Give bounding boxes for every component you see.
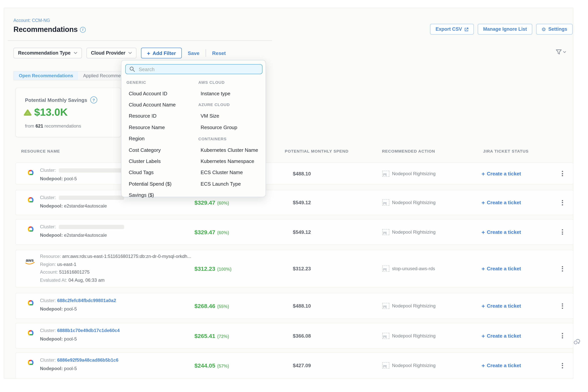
info-icon[interactable]: i [80,27,86,32]
filter-option[interactable]: ECS Cluster Name [198,167,268,178]
action-image-icon [382,362,389,368]
table-row: Cluster: 6888b1c70e49db17c1de60c4Nodepoo… [15,323,574,348]
action-image-icon [382,229,389,235]
create-ticket-button[interactable]: +Create a ticket [482,265,521,272]
cluster-link[interactable]: 688c2fefc84fbdc99801a0a2 [57,298,116,303]
monthly-savings-value: $268.46(55%) [194,303,229,309]
gcp-provider-icon [24,225,37,234]
aws-provider-icon: aws [24,257,37,266]
action-image-icon [382,266,389,272]
filter-category-heading: GENERIC [126,76,196,88]
plus-icon: + [147,50,150,56]
search-icon [130,66,135,72]
cluster-link[interactable]: 6888b1c70e49db17c1de60c4 [57,328,120,333]
external-link-icon [464,27,468,31]
potential-savings-card: Potential Monthly Savings ? $13.0K from … [15,88,121,137]
monthly-spend-value: $488.10 [293,171,311,176]
create-ticket-button[interactable]: +Create a ticket [482,199,521,206]
plus-icon: + [482,229,485,235]
cloud-provider-filter[interactable]: Cloud Provider [86,48,136,58]
redacted-cluster-name [58,225,124,229]
save-filter-button[interactable]: Save [186,50,201,56]
field-label: Nodepool: [40,366,64,371]
create-ticket-label: Create a ticket [487,200,521,206]
filter-option[interactable]: Potential Spend ($) [126,178,196,190]
row-menu-kebab-icon[interactable] [560,168,564,179]
action-label: Nodepool Rightsizing [392,363,436,368]
add-filter-button[interactable]: + Add Filter [141,48,182,58]
settings-button[interactable]: ⚙ Settings [536,24,573,34]
filter-option[interactable]: Kubernetes Cluster Name [198,144,268,156]
action-image-icon [382,303,389,309]
savings-amount: $244.05 [194,362,215,369]
col-jira-ticket-status: JIRA TICKET STATUS [483,149,528,153]
chevron-down-icon [563,51,566,53]
field-value: 04 Aug, 06:33 am [68,277,104,283]
filter-option[interactable]: Kubernetes Namespace [198,156,268,167]
field-label: Region: [40,262,57,267]
row-menu-kebab-icon[interactable] [560,330,564,341]
filter-option[interactable]: Resource Name [126,122,196,133]
filter-option[interactable]: Cloud Account ID [126,88,196,99]
filter-option[interactable]: Instance type [198,88,268,99]
row-menu-kebab-icon[interactable] [560,264,564,274]
monthly-spend-value: $366.08 [293,333,311,338]
filter-option[interactable]: Cloud Account Name [126,99,196,110]
field-value: pool-5 [64,176,77,182]
plus-icon: + [482,362,485,369]
filter-option[interactable]: Resource Group [198,122,268,133]
filter-funnel-icon[interactable] [556,49,566,55]
field-label: Nodepool: [40,176,64,182]
settings-label: Settings [548,26,567,32]
manage-ignore-list-button[interactable]: Manage Ignore List [478,24,532,34]
row-menu-kebab-icon[interactable] [560,227,564,237]
redacted-cluster-name [58,196,124,200]
tab-open-recommendations[interactable]: Open Recommendations [14,72,78,80]
divider [206,49,206,57]
filter-option[interactable]: Savings ($) [126,190,196,201]
help-icon[interactable]: ? [90,96,97,104]
recommendation-type-filter[interactable]: Recommendation Type [14,48,82,58]
export-csv-button[interactable]: Export CSV [430,24,474,34]
field-label: Account: [40,270,59,275]
add-filter-dropdown: GENERICCloud Account IDCloud Account Nam… [121,60,266,197]
create-ticket-label: Create a ticket [487,362,521,368]
field-label: Nodepool: [40,306,64,312]
create-ticket-button[interactable]: +Create a ticket [482,332,521,339]
field-label: Cluster: [40,298,57,303]
field-label: Evaluated At: [40,277,68,283]
gcp-icon [26,196,36,204]
savings-amount: $265.41 [194,332,215,339]
filter-option[interactable]: ECS Launch Type [198,178,268,190]
create-ticket-button[interactable]: +Create a ticket [482,229,521,235]
field-value: pool-5 [64,336,77,342]
savings-percent: (60%) [217,201,229,206]
recommended-action: Nodepool Rightsizing [382,170,436,176]
row-menu-kebab-icon[interactable] [560,197,564,208]
filter-search-input[interactable] [138,66,258,72]
gcp-provider-icon [24,299,37,308]
filter-option[interactable]: Cost Category [126,144,196,156]
action-image-icon [382,200,389,206]
filter-option[interactable]: Cloud Tags [126,167,196,178]
chat-support-icon[interactable] [574,339,581,348]
create-ticket-button[interactable]: +Create a ticket [482,170,521,177]
filter-option[interactable]: Cluster Labels [126,156,196,167]
field-label: Cluster: [40,224,57,230]
account-breadcrumb[interactable]: Account: CCM-NG [14,18,50,23]
savings-amount: $13.0K [34,106,68,118]
recommended-action: Nodepool Rightsizing [382,200,436,206]
reset-filter-button[interactable]: Reset [210,50,227,56]
filter-option[interactable]: VM Size [198,110,268,122]
plus-icon: + [482,265,485,272]
cluster-link[interactable]: 6886e92f59a48cad86b5b1c6 [57,358,118,363]
row-menu-kebab-icon[interactable] [560,360,564,371]
field-label: Cluster: [40,358,57,363]
savings-amount: $268.46 [194,303,215,309]
filter-option[interactable]: Region [126,133,196,144]
create-ticket-button[interactable]: +Create a ticket [482,362,521,369]
create-ticket-button[interactable]: +Create a ticket [482,303,521,309]
savings-subtitle: from 621 recommendations [25,123,81,129]
filter-option[interactable]: Resource ID [126,110,196,122]
row-menu-kebab-icon[interactable] [560,301,564,311]
